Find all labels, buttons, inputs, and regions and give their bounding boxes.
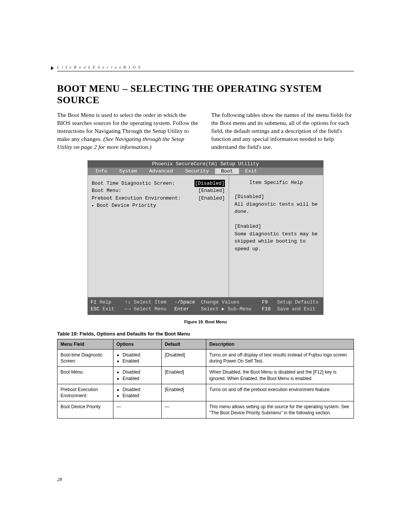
bios-item[interactable]: Boot Menu: [Enabled]: [92, 187, 225, 195]
bios-tab-system[interactable]: System: [113, 168, 143, 174]
key-desc: Select ▶ Sub-Menu: [201, 306, 252, 312]
fields-table: Menu Field Options Default Description B…: [57, 339, 354, 419]
bios-item-value[interactable]: [Enabled]: [198, 195, 225, 202]
table-row: Preboot Execution Environment:DisabledEn…: [57, 384, 354, 401]
bios-tabbar: Info System Advanced Security Boot Exit: [88, 168, 323, 175]
bios-item-label: Boot Menu:: [92, 187, 121, 195]
bios-item-value[interactable]: [Enabled]: [198, 187, 225, 195]
bios-help-text: All diagnostic tests will be done.: [234, 201, 318, 216]
bios-tab-boot[interactable]: Boot: [215, 168, 239, 174]
bios-item[interactable]: Preboot Execution Environment: [Enabled]: [92, 195, 225, 202]
bios-tab-security[interactable]: Security: [179, 168, 215, 174]
cell-default: [Enabled]: [162, 367, 206, 384]
table-row: Boot Device Priority——This menu allows s…: [57, 401, 354, 419]
table-caption: Table 19: Fields, Options and Defaults f…: [57, 331, 354, 337]
cell-menu-field: Boot Menu:: [57, 367, 113, 384]
key-hint: -/Space: [174, 299, 195, 305]
bios-screenshot: Phoenix SecureCore(tm) Setup Utility Inf…: [88, 160, 323, 315]
cell-options: DisabledEnabled: [113, 367, 162, 384]
bios-tab-advanced[interactable]: Advanced: [143, 168, 179, 174]
key-hint: F1: [91, 299, 97, 305]
th-options: Options: [113, 339, 162, 349]
cell-default: —: [162, 401, 206, 419]
key-hint: ←→: [125, 306, 131, 312]
cell-description: This menu allows setting up the source f…: [206, 401, 354, 419]
table-header-row: Menu Field Options Default Description: [57, 339, 354, 349]
key-desc: Select Item: [134, 299, 166, 305]
page-title: BOOT MENU – SELECTING THE OPERATING SYST…: [57, 83, 354, 106]
cell-options: —: [113, 401, 162, 419]
column-right: The following tables show the names of t…: [211, 111, 354, 151]
key-desc: Setup Defaults: [277, 299, 319, 306]
cell-description: Turns on and off the preboot execution e…: [206, 384, 354, 401]
key-hint: F9: [262, 299, 268, 305]
th-menu-field: Menu Field: [57, 339, 113, 349]
bios-help-text: [Enabled]: [234, 223, 318, 230]
key-hint: ↑↓: [125, 299, 131, 305]
bios-help-text: [Disabled]: [234, 193, 318, 201]
column-left: The Boot Menu is used to select the orde…: [57, 111, 200, 151]
cell-default: [Disabled]: [162, 349, 206, 366]
bios-item-label: Boot Time Diagnostic Screen:: [92, 180, 175, 187]
header-rule: [57, 71, 354, 72]
option-item: Disabled: [123, 352, 158, 358]
cell-options: DisabledEnabled: [113, 349, 162, 366]
cell-description: When Disabled, the Boot Menu is disabled…: [206, 367, 354, 384]
bios-help-text: Some diagnostic tests may be skipped whi…: [234, 230, 318, 253]
th-default: Default: [162, 339, 206, 349]
bios-submenu[interactable]: Boot Device Priority: [92, 202, 225, 209]
key-desc: Help: [99, 299, 111, 305]
running-header: L i f e B o o k E S e r i e s B I O S: [57, 65, 354, 69]
option-item: Disabled: [123, 387, 158, 393]
cell-default: [Enabled]: [162, 384, 206, 401]
bios-item[interactable]: Boot Time Diagnostic Screen: [Disabled]: [92, 180, 225, 187]
bios-help-panel: Item Specific Help [Disabled] All diagno…: [229, 175, 323, 297]
figure-caption: Figure 19. Boot Menu: [57, 320, 354, 324]
table-row: Boot-time Diagnostic Screen:DisabledEnab…: [57, 349, 354, 366]
key-desc: Select Menu: [134, 306, 166, 312]
option-item: Disabled: [123, 369, 158, 375]
document-page: L i f e B o o k E S e r i e s B I O S BO…: [0, 0, 411, 532]
bios-main-panel: Boot Time Diagnostic Screen: [Disabled] …: [88, 175, 229, 297]
bios-item-value[interactable]: [Disabled]: [194, 180, 225, 187]
bios-item-label: Preboot Execution Environment:: [92, 195, 181, 202]
key-desc: Save and Exit: [277, 306, 315, 313]
table-row: Boot Menu:DisabledEnabled[Enabled]When D…: [57, 367, 354, 384]
option-item: Enabled: [123, 393, 158, 399]
option-item: Enabled: [123, 358, 158, 364]
key-hint: ESC: [91, 306, 99, 312]
key-hint: Enter: [174, 306, 189, 312]
option-item: Enabled: [123, 375, 158, 382]
page-number: 28: [57, 476, 62, 482]
cell-description: Turns on and off display of test results…: [206, 349, 354, 366]
key-hint: F10: [262, 306, 271, 312]
bios-body: Boot Time Diagnostic Screen: [Disabled] …: [88, 175, 323, 297]
key-desc: Change Values: [201, 299, 239, 305]
th-description: Description: [206, 339, 354, 349]
bios-tab-exit[interactable]: Exit: [239, 168, 263, 174]
bios-footer: F1 Help ↑↓ Select Item -/Space Change Va…: [88, 297, 323, 315]
cell-menu-field: Boot Device Priority: [57, 401, 113, 419]
bios-titlebar: Phoenix SecureCore(tm) Setup Utility: [88, 160, 323, 168]
body-columns: The Boot Menu is used to select the orde…: [57, 111, 354, 151]
cell-menu-field: Boot-time Diagnostic Screen:: [57, 349, 113, 366]
cell-options: DisabledEnabled: [113, 384, 162, 401]
key-desc: Exit: [102, 306, 114, 312]
cell-menu-field: Preboot Execution Environment:: [57, 384, 113, 401]
bios-tab-info[interactable]: Info: [89, 168, 113, 174]
bios-help-header: Item Specific Help: [234, 179, 318, 187]
